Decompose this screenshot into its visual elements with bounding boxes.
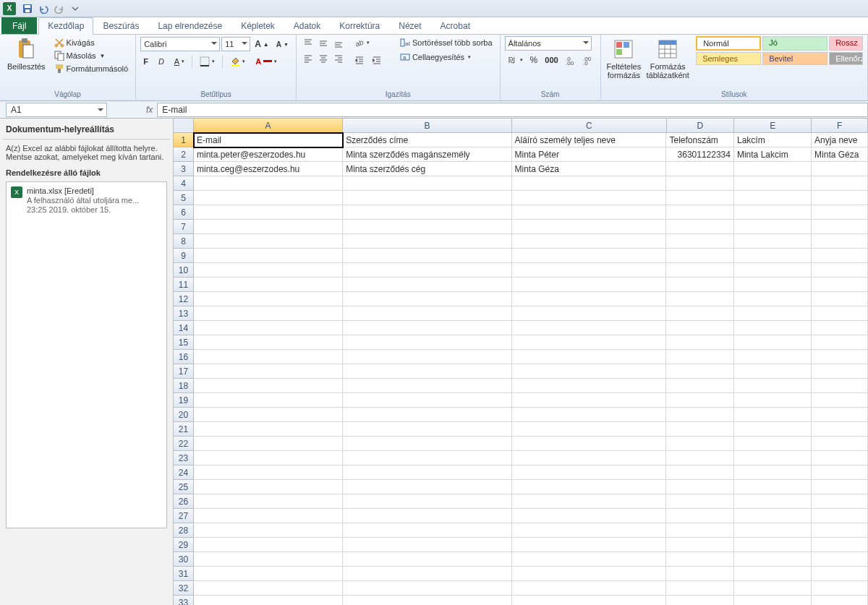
cell[interactable] (194, 278, 343, 292)
cell[interactable] (512, 523, 667, 538)
cell[interactable] (512, 408, 667, 422)
row-header[interactable]: 31 (174, 567, 194, 581)
cell[interactable] (666, 350, 734, 364)
row-header[interactable]: 3 (174, 162, 194, 176)
cell[interactable]: minta.peter@eszerzodes.hu (194, 147, 343, 162)
tab-korrektúra[interactable]: Korrektúra (330, 17, 389, 34)
cell[interactable] (512, 249, 667, 263)
column-header[interactable]: F (812, 119, 868, 133)
cell[interactable] (194, 567, 343, 581)
cell-style-check[interactable]: Ellenőrzés (829, 52, 863, 65)
cell[interactable] (512, 278, 667, 292)
tab-képletek[interactable]: Képletek (231, 17, 284, 34)
orientation-button[interactable]: ab▾ (352, 36, 385, 49)
cell[interactable] (512, 509, 667, 523)
cell[interactable] (734, 335, 812, 350)
cell[interactable] (666, 321, 734, 335)
cell[interactable] (812, 263, 868, 278)
cell[interactable]: 36301122334 (666, 147, 734, 162)
cell[interactable] (194, 350, 343, 364)
cell[interactable] (343, 393, 511, 408)
row-header[interactable]: 25 (174, 480, 194, 494)
cell[interactable] (812, 465, 868, 480)
cell[interactable] (194, 393, 343, 408)
wrap-text-button[interactable]: ab Sortöréssel több sorba (397, 36, 495, 49)
cell[interactable] (812, 162, 868, 176)
cell[interactable] (343, 581, 511, 596)
cell[interactable] (734, 162, 812, 176)
cell[interactable] (343, 278, 511, 292)
cell[interactable] (666, 292, 734, 306)
tab-lap-elrendezése[interactable]: Lap elrendezése (148, 17, 231, 34)
cell[interactable] (512, 451, 667, 465)
row-header[interactable]: 22 (174, 437, 194, 451)
cell[interactable] (812, 191, 868, 205)
cell[interactable] (812, 480, 868, 494)
cell[interactable] (666, 451, 734, 465)
cell[interactable] (812, 437, 868, 451)
cell-style-normal[interactable]: Normál (696, 36, 761, 51)
cell[interactable] (734, 509, 812, 523)
column-header[interactable]: C (512, 119, 667, 133)
row-header[interactable]: 27 (174, 509, 194, 523)
cell[interactable] (812, 509, 868, 523)
row-header[interactable]: 7 (174, 220, 194, 234)
align-right-button[interactable] (331, 51, 346, 66)
cell[interactable] (666, 538, 734, 552)
cell[interactable] (194, 220, 343, 234)
cell[interactable] (734, 263, 812, 278)
format-as-table-button[interactable]: Formázás táblázatként (645, 36, 690, 81)
comma-button[interactable]: 000 (542, 54, 561, 66)
increase-decimal-button[interactable]: .0.00 (563, 53, 579, 66)
cell[interactable] (194, 581, 343, 596)
cell[interactable] (512, 292, 667, 306)
cell[interactable] (812, 350, 868, 364)
cell[interactable] (343, 596, 511, 605)
cell[interactable] (343, 234, 511, 249)
cell[interactable] (734, 205, 812, 220)
cell[interactable] (512, 350, 667, 364)
grow-font-button[interactable]: A▲ (252, 38, 272, 51)
cell[interactable] (343, 379, 511, 393)
cell[interactable] (666, 162, 734, 176)
row-header[interactable]: 28 (174, 523, 194, 538)
row-header[interactable]: 23 (174, 451, 194, 465)
cell[interactable] (512, 567, 667, 581)
tab-file[interactable]: Fájl (1, 17, 37, 34)
cell[interactable] (343, 451, 511, 465)
cell[interactable] (734, 292, 812, 306)
font-name-dropdown[interactable]: Calibri (140, 37, 220, 51)
bold-button[interactable]: F (140, 56, 151, 67)
cell[interactable] (343, 552, 511, 567)
cell[interactable] (512, 220, 667, 234)
cell[interactable] (194, 364, 343, 379)
cell[interactable] (194, 480, 343, 494)
row-header[interactable]: 20 (174, 408, 194, 422)
cell[interactable] (812, 567, 868, 581)
cell[interactable]: Szerződés címe (343, 133, 511, 147)
cell[interactable] (512, 335, 667, 350)
cell[interactable] (343, 350, 511, 364)
cell[interactable] (343, 437, 511, 451)
cell[interactable] (734, 191, 812, 205)
cell[interactable]: Minta Géza (812, 147, 868, 162)
cell[interactable] (666, 249, 734, 263)
cell[interactable] (343, 205, 511, 220)
row-header[interactable]: 8 (174, 234, 194, 249)
align-center-button[interactable] (316, 51, 331, 66)
cell[interactable]: Telefonszám (666, 133, 734, 147)
cell[interactable] (734, 596, 812, 605)
merge-cells-button[interactable]: a Cellaegyesítés▾ (397, 51, 495, 64)
cell[interactable] (666, 176, 734, 191)
cell[interactable] (666, 263, 734, 278)
undo-button[interactable] (36, 1, 51, 16)
cell[interactable] (194, 451, 343, 465)
cell[interactable] (512, 494, 667, 509)
cell[interactable] (194, 523, 343, 538)
cell[interactable] (734, 321, 812, 335)
cell[interactable] (734, 552, 812, 567)
cell[interactable] (812, 249, 868, 263)
format-painter-button[interactable]: Formátummásoló (51, 62, 132, 75)
cell[interactable] (812, 422, 868, 437)
cell[interactable] (666, 364, 734, 379)
